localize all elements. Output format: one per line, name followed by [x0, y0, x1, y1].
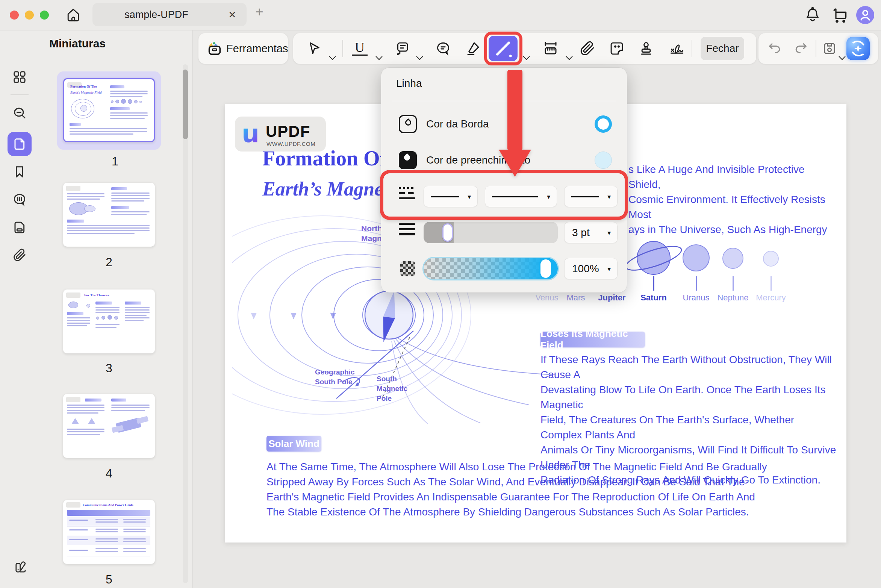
ai-assistant-button[interactable]	[846, 37, 870, 60]
save-icon[interactable]	[822, 41, 837, 56]
thickness-slider-handle[interactable]	[442, 223, 453, 242]
attachments-panel-icon[interactable]	[12, 248, 27, 263]
toolbar-divider	[342, 40, 343, 57]
save-options-chevron-icon[interactable]	[839, 53, 845, 60]
planet-mercury	[763, 251, 779, 267]
updf-logo-text: UPDF	[266, 123, 310, 141]
page-number-2: 2	[63, 255, 155, 269]
tab-close-icon[interactable]: ✕	[226, 9, 238, 21]
zoom-window-button[interactable]	[40, 11, 49, 20]
border-color-icon	[399, 115, 417, 133]
document-tab[interactable]: sample-UPDF ✕	[92, 3, 247, 26]
thickness-value: 3 pt	[572, 227, 590, 239]
thickness-icon	[399, 223, 417, 235]
updf-logo-url: WWW.UPDF.COM	[266, 141, 315, 147]
opacity-value-dropdown[interactable]: 100% ▼	[564, 258, 618, 279]
dropdown-caret-icon: ▼	[606, 265, 612, 272]
planet-uranus	[683, 244, 710, 271]
history-save-group	[758, 33, 878, 64]
opacity-slider[interactable]	[424, 258, 558, 279]
page-number-4: 4	[63, 467, 155, 480]
undo-icon[interactable]	[767, 41, 783, 56]
close-annotation-mode-button[interactable]: Fechar	[701, 37, 744, 60]
note-tool-chevron-icon[interactable]	[416, 53, 423, 60]
user-avatar[interactable]	[856, 6, 874, 24]
sticker-tool-icon[interactable]	[609, 41, 625, 56]
shopping-cart-icon[interactable]	[831, 6, 849, 24]
stamp-tool-icon[interactable]	[638, 41, 654, 56]
thickness-slider[interactable]	[424, 222, 558, 243]
planet-label-saturn: Saturn	[631, 293, 676, 303]
thumbnails-scrollbar-track[interactable]	[183, 64, 188, 583]
tools-button-group: Ferramentas	[198, 33, 288, 64]
search-icon[interactable]	[12, 106, 27, 121]
mercury-stem	[770, 276, 772, 291]
thickness-value-dropdown[interactable]: 3 pt ▼	[564, 222, 618, 243]
page-number-5: 5	[63, 573, 155, 586]
redo-icon[interactable]	[793, 41, 809, 56]
section-badge-solar-wind: Solar Wind	[266, 436, 321, 452]
note-comment-tool-icon[interactable]	[394, 41, 410, 56]
updf-watermark-badge: u UPDF WWW.UPDF.COM	[235, 117, 326, 152]
thumbnail-page-4[interactable]	[63, 394, 155, 458]
toolbar-divider	[816, 40, 816, 57]
uranus-stem	[696, 276, 697, 291]
underline-tool-chevron-icon[interactable]	[375, 53, 382, 60]
opacity-slider-handle[interactable]	[540, 259, 551, 278]
attachment-tool-icon[interactable]	[580, 41, 595, 56]
thumbnails-scrollbar-thumb[interactable]	[183, 70, 188, 139]
section-text-solar-wind: At The Same Time, The Atmosphere Will Al…	[266, 459, 830, 520]
geographic-south-pole-label: Geographic South Pole	[315, 367, 355, 387]
select-tool-icon[interactable]	[307, 41, 322, 56]
opacity-icon	[400, 261, 415, 276]
red-highlight-line-style-row	[380, 170, 628, 220]
minimize-window-button[interactable]	[25, 11, 34, 20]
red-highlight-line-tool	[484, 32, 522, 65]
thumbnail-page-3[interactable]: For The Theories	[63, 289, 155, 353]
thumbnail-page-5[interactable]: Communications And Power Grids	[63, 500, 155, 564]
popup-title: Linha	[396, 77, 422, 89]
opacity-value: 100%	[572, 263, 599, 275]
thumbnails-panel-title: Miniaturas	[49, 37, 106, 50]
signature-tool-icon[interactable]	[669, 41, 685, 56]
border-color-swatch[interactable]	[595, 115, 612, 133]
annotation-toolbar: U	[293, 33, 756, 64]
neptune-stem	[733, 276, 734, 291]
bookmark-icon[interactable]	[12, 164, 27, 179]
fill-color-swatch[interactable]	[595, 152, 612, 169]
right-column-text: s Like A Huge And Invisible Protective S…	[628, 162, 839, 237]
page-view-icon[interactable]	[12, 220, 27, 235]
sidebar-item-thumbnails-selected[interactable]	[8, 132, 32, 156]
text-comment-tool-icon[interactable]	[435, 41, 451, 56]
line-tool-chevron-icon[interactable]	[523, 53, 530, 60]
south-magnetic-pole-label: South Magnetic Pole	[377, 374, 407, 403]
measure-tool-icon[interactable]	[543, 41, 559, 56]
dropdown-caret-icon: ▼	[606, 229, 612, 236]
thumbnail-page-1-selected[interactable]: Formation Of The Earth’s Magnetic Field	[57, 71, 161, 150]
updf-logo-icon: u	[242, 122, 259, 146]
toolbar-divider	[692, 40, 692, 57]
comments-list-icon[interactable]	[12, 192, 27, 207]
thumbnail-page-1[interactable]: Formation Of The Earth’s Magnetic Field	[63, 78, 155, 142]
thumbnails-panel: Miniaturas Formation Of The Earth’s Magn…	[39, 30, 193, 588]
new-tab-button[interactable]: +	[253, 5, 266, 19]
notifications-bell-icon[interactable]	[804, 6, 822, 24]
highlighter-tool-icon[interactable]	[465, 41, 481, 56]
tools-button[interactable]: Ferramentas	[226, 33, 288, 64]
sidebar-divider	[11, 94, 29, 95]
grid-menu-icon[interactable]	[12, 70, 27, 85]
measure-tool-chevron-icon[interactable]	[566, 53, 572, 60]
title-bar: sample-UPDF ✕ +	[0, 0, 881, 30]
tools-colorful-icon	[206, 40, 223, 57]
planet-label-jupiter: Jupiter	[589, 293, 634, 303]
close-window-button[interactable]	[10, 11, 19, 20]
fechar-label: Fechar	[706, 42, 739, 55]
planet-neptune	[722, 248, 743, 269]
thumbnail-page-2[interactable]	[63, 183, 155, 247]
border-color-label: Cor da Borda	[426, 118, 489, 130]
home-icon[interactable]	[65, 7, 82, 23]
saturn-stem	[653, 276, 654, 291]
select-tool-chevron-icon[interactable]	[329, 53, 336, 60]
underline-tool-icon[interactable]: U	[352, 41, 368, 56]
swatches-theme-icon[interactable]	[12, 559, 27, 574]
